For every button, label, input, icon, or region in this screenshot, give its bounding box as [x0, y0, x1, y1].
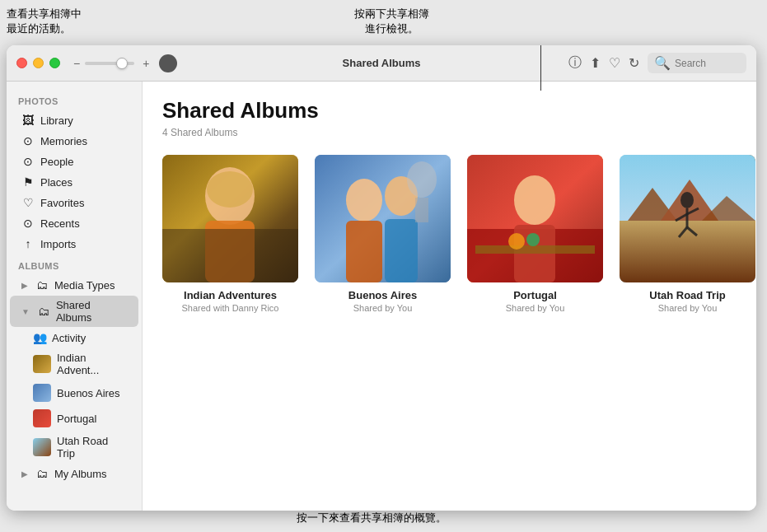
- sidebar-places-label: Places: [40, 176, 72, 189]
- window-title: Shared Albums: [343, 57, 421, 69]
- sidebar-recents-label: Recents: [40, 217, 80, 230]
- rotate-icon[interactable]: ↻: [629, 55, 639, 71]
- album-shared-by-utah-road-trip: Shared by You: [658, 303, 718, 313]
- indian-adventures-thumb: [33, 355, 51, 373]
- page-subtitle: 4 Shared Albums: [162, 127, 737, 138]
- sidebar-item-buenos-aires[interactable]: Buenos Aires: [10, 380, 138, 405]
- activity-icon: 👥: [33, 331, 46, 344]
- my-albums-icon: 🗂: [35, 467, 49, 480]
- imports-icon: ↑: [21, 237, 35, 250]
- albums-grid: Indian Adventures Shared with Danny Rico: [162, 155, 737, 313]
- sidebar: Photos 🖼 Library ⊙ Memories ⊙ People ⚑ P…: [7, 82, 143, 511]
- memories-icon: ⊙: [21, 134, 35, 147]
- sidebar-item-my-albums[interactable]: ▶ 🗂 My Albums: [10, 464, 138, 483]
- callout-topcenter-line1: 按兩下共享相簿: [354, 7, 429, 20]
- media-types-icon: 🗂: [35, 278, 49, 292]
- sidebar-item-recents[interactable]: ⊙ Recents: [10, 213, 138, 233]
- sidebar-item-shared-albums[interactable]: ▼ 🗂 Shared Albums: [10, 296, 138, 327]
- album-shared-by-buenos-aires: Shared by You: [353, 303, 413, 313]
- svg-rect-4: [162, 229, 298, 282]
- favorite-icon[interactable]: ♡: [609, 55, 620, 71]
- zoom-slider[interactable]: [85, 62, 134, 65]
- sidebar-shared-albums-label: Shared Albums: [56, 299, 127, 324]
- sidebar-item-favorites[interactable]: ♡ Favorites: [10, 193, 138, 212]
- info-icon[interactable]: ⓘ: [568, 54, 582, 72]
- zoom-minus-button[interactable]: −: [73, 57, 80, 70]
- share-icon[interactable]: ⬆: [590, 55, 601, 71]
- album-name-indian-adventures: Indian Adventures: [184, 289, 277, 301]
- sidebar-indian-label: Indian Advent...: [57, 352, 127, 376]
- album-item-portugal[interactable]: Portugal Shared by You: [467, 155, 603, 313]
- svg-point-24: [680, 192, 694, 208]
- svg-point-3: [207, 171, 253, 208]
- callout-topcenter: 按兩下共享相簿 進行檢視。: [354, 7, 429, 36]
- people-icon: ⊙: [21, 155, 35, 168]
- buenos-aires-thumb: [33, 384, 51, 402]
- album-name-utah-road-trip: Utah Road Trip: [649, 289, 725, 301]
- search-input[interactable]: [675, 58, 745, 69]
- sidebar-imports-label: Imports: [40, 238, 76, 250]
- sidebar-people-label: People: [40, 156, 73, 168]
- sidebar-item-media-types[interactable]: ▶ 🗂 Media Types: [10, 275, 138, 295]
- annotation-line-vertical: [540, 45, 541, 91]
- sidebar-my-albums-label: My Albums: [54, 468, 107, 480]
- album-thumb-indian-adventures: [162, 155, 298, 282]
- album-shared-by-portugal: Shared by You: [506, 303, 565, 313]
- album-thumb-portugal: [467, 155, 603, 282]
- window-body: Photos 🖼 Library ⊙ Memories ⊙ People ⚑ P…: [7, 82, 756, 511]
- library-icon: 🖼: [21, 114, 35, 127]
- callout-topleft-line2: 最近的活動。: [7, 22, 71, 35]
- sidebar-item-activity[interactable]: 👥 Activity: [10, 328, 138, 348]
- callout-bottom: 按一下來查看共享相簿的概覽。: [297, 511, 447, 525]
- sidebar-item-people[interactable]: ⊙ People: [10, 152, 138, 171]
- sidebar-buenos-label: Buenos Aires: [57, 387, 120, 399]
- sidebar-activity-label: Activity: [52, 332, 86, 344]
- utah-road-trip-thumb: [33, 438, 51, 456]
- view-toggle-button[interactable]: [159, 54, 177, 72]
- close-button[interactable]: [16, 58, 27, 68]
- album-item-buenos-aires[interactable]: Buenos Aires Shared by You: [315, 155, 451, 313]
- sidebar-item-portugal[interactable]: Portugal: [10, 406, 138, 431]
- sidebar-item-library[interactable]: 🖼 Library: [10, 110, 138, 130]
- album-thumb-svg-buenos: [315, 155, 451, 282]
- sidebar-library-label: Library: [40, 114, 73, 127]
- sidebar-item-utah-road-trip[interactable]: Utah Road Trip: [10, 432, 138, 463]
- minimize-button[interactable]: [33, 58, 44, 68]
- expand-arrow-my-albums-icon: ▶: [21, 469, 28, 478]
- album-shared-by-indian-adventures: Shared with Danny Rico: [181, 303, 278, 313]
- sidebar-item-imports[interactable]: ↑ Imports: [10, 234, 138, 254]
- portugal-thumb: [33, 409, 51, 427]
- callout-topleft-line1: 查看共享相簿中: [7, 7, 82, 20]
- search-box[interactable]: 🔍: [648, 53, 746, 73]
- svg-rect-9: [385, 219, 418, 282]
- titlebar: − + Shared Albums ⓘ ⬆ ♡ ↻ 🔍: [7, 45, 756, 82]
- album-thumb-utah-road-trip: [620, 155, 755, 282]
- svg-rect-11: [415, 198, 428, 222]
- album-name-portugal: Portugal: [513, 289, 557, 301]
- shared-albums-icon: 🗂: [37, 305, 50, 318]
- svg-rect-16: [475, 245, 595, 254]
- sidebar-item-memories[interactable]: ⊙ Memories: [10, 131, 138, 151]
- photos-section-label: Photos: [7, 90, 142, 110]
- zoom-plus-button[interactable]: +: [143, 57, 149, 70]
- svg-point-17: [508, 233, 525, 250]
- sidebar-portugal-label: Portugal: [57, 413, 96, 425]
- album-item-utah-road-trip[interactable]: Utah Road Trip Shared by You: [620, 155, 755, 313]
- sidebar-item-places[interactable]: ⚑ Places: [10, 172, 138, 192]
- svg-rect-8: [346, 221, 382, 282]
- recents-icon: ⊙: [21, 217, 35, 230]
- zoom-controls: − +: [73, 54, 177, 72]
- callout-topleft: 查看共享相簿中 最近的活動。: [7, 7, 82, 36]
- expand-arrow-shared-icon: ▼: [21, 307, 30, 316]
- maximize-button[interactable]: [49, 58, 60, 68]
- svg-point-6: [346, 179, 382, 222]
- album-name-buenos-aires: Buenos Aires: [348, 289, 417, 301]
- sidebar-item-indian-adventures[interactable]: Indian Advent...: [10, 348, 138, 380]
- page-title: Shared Albums: [162, 98, 737, 124]
- svg-point-18: [526, 233, 540, 246]
- expand-arrow-icon: ▶: [21, 281, 28, 290]
- search-icon: 🔍: [654, 55, 671, 71]
- album-item-indian-adventures[interactable]: Indian Adventures Shared with Danny Rico: [162, 155, 298, 313]
- zoom-thumb: [116, 58, 128, 69]
- places-icon: ⚑: [21, 175, 35, 189]
